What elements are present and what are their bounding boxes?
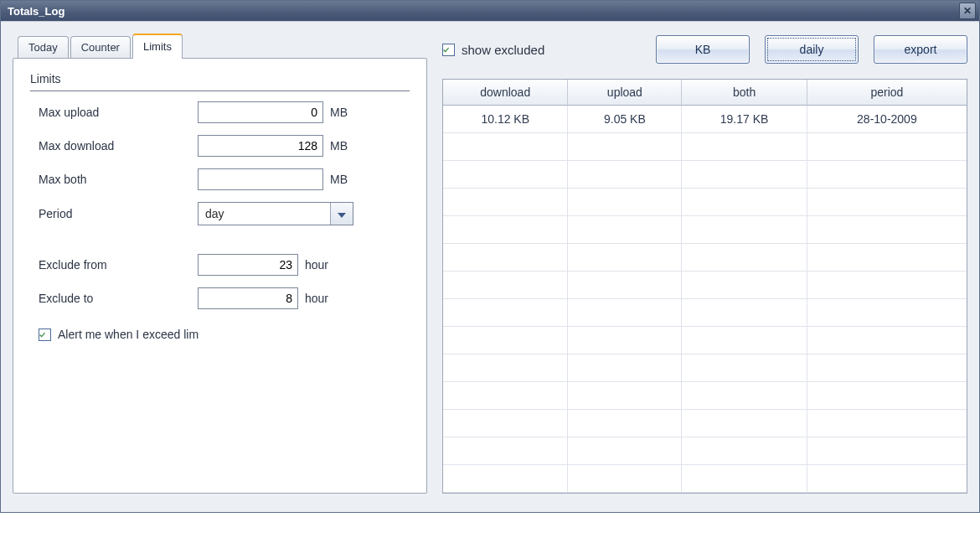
row-exclude-to: Exclude to hour: [30, 287, 410, 309]
cell-empty: [443, 161, 568, 189]
row-max-upload: Max upload MB: [30, 101, 410, 123]
cell-empty: [807, 161, 967, 189]
table-row: [443, 244, 967, 272]
label-exclude-to: Exclude to: [39, 292, 198, 305]
row-exclude-from: Exclude from hour: [30, 254, 410, 276]
cell-empty: [568, 410, 682, 437]
tab-strip: Today Counter Limits: [18, 34, 427, 58]
cell-empty: [682, 161, 807, 189]
cell-both: 19.17 KB: [682, 106, 807, 133]
check-icon: [39, 330, 45, 339]
log-table: download upload both period 10.12 KB9.05…: [442, 79, 967, 494]
tab-today[interactable]: Today: [18, 36, 69, 58]
cell-empty: [443, 272, 568, 299]
unit-exclude-from: hour: [305, 258, 328, 272]
cell-download: 10.12 KB: [443, 106, 568, 133]
label-show-excluded: show excluded: [462, 43, 544, 57]
close-button[interactable]: ✕: [959, 3, 976, 19]
cell-empty: [443, 465, 568, 493]
cell-empty: [568, 189, 682, 216]
table-row: [443, 410, 967, 437]
cell-empty: [807, 189, 967, 216]
table-body: 10.12 KB9.05 KB19.17 KB28-10-2009: [443, 106, 967, 493]
select-period[interactable]: day: [198, 202, 353, 225]
table-row: [443, 161, 967, 189]
table-row: [443, 189, 967, 216]
cell-empty: [807, 216, 967, 244]
cell-empty: [807, 299, 967, 327]
table-row: [443, 382, 967, 410]
cell-empty: [807, 327, 967, 354]
cell-empty: [443, 354, 568, 382]
cell-empty: [682, 244, 807, 272]
label-alert: Alert me when I exceed lim: [58, 328, 199, 341]
cell-empty: [568, 133, 682, 161]
limits-section-title: Limits: [30, 72, 410, 89]
cell-empty: [682, 189, 807, 216]
table-row: [443, 272, 967, 299]
cell-empty: [682, 299, 807, 327]
cell-empty: [443, 244, 568, 272]
cell-empty: [568, 216, 682, 244]
tab-counter[interactable]: Counter: [70, 36, 131, 58]
cell-empty: [682, 465, 807, 493]
titlebar: Totals_Log ✕: [1, 1, 979, 21]
cell-empty: [443, 437, 568, 465]
select-period-dropdown-button[interactable]: [330, 203, 353, 225]
table-row: [443, 354, 967, 382]
label-max-download: Max download: [39, 139, 198, 153]
section-divider: [30, 91, 410, 91]
cell-empty: [682, 272, 807, 299]
unit-max-both: MB: [330, 173, 348, 186]
col-both[interactable]: both: [682, 80, 807, 106]
col-download[interactable]: download: [443, 80, 568, 106]
col-upload[interactable]: upload: [568, 80, 682, 106]
checkbox-alert[interactable]: [39, 328, 51, 341]
table-row[interactable]: 10.12 KB9.05 KB19.17 KB28-10-2009: [443, 106, 967, 133]
right-column: show excluded KB daily export download u…: [442, 34, 967, 494]
input-max-upload[interactable]: [198, 101, 323, 123]
cell-empty: [568, 327, 682, 354]
window-title: Totals_Log: [8, 5, 64, 18]
cell-empty: [443, 189, 568, 216]
client-area: Today Counter Limits Limits Max upload M…: [1, 21, 979, 512]
cell-empty: [568, 382, 682, 410]
cell-empty: [568, 437, 682, 465]
cell-empty: [682, 437, 807, 465]
label-period: Period: [39, 207, 198, 220]
label-exclude-from: Exclude from: [39, 258, 198, 272]
label-max-upload: Max upload: [39, 106, 198, 119]
input-max-download[interactable]: [198, 135, 323, 157]
input-max-both[interactable]: [198, 168, 323, 190]
cell-empty: [568, 272, 682, 299]
table-header-row: download upload both period: [443, 80, 967, 106]
unit-exclude-to: hour: [305, 292, 328, 305]
row-max-both: Max both MB: [30, 168, 410, 190]
chevron-down-icon: [338, 208, 346, 220]
toolbar: show excluded KB daily export: [442, 34, 967, 64]
input-exclude-to[interactable]: [198, 287, 298, 309]
cell-empty: [682, 382, 807, 410]
row-period: Period day: [30, 202, 410, 225]
cell-empty: [807, 244, 967, 272]
export-button[interactable]: export: [874, 35, 967, 64]
check-icon: [443, 45, 449, 54]
cell-empty: [807, 410, 967, 437]
cell-empty: [682, 410, 807, 437]
cell-empty: [807, 133, 967, 161]
cell-empty: [807, 465, 967, 493]
table-row: [443, 465, 967, 493]
kb-button[interactable]: KB: [656, 35, 750, 64]
unit-max-download: MB: [330, 139, 348, 153]
table-row: [443, 216, 967, 244]
cell-empty: [568, 354, 682, 382]
tab-limits[interactable]: Limits: [132, 34, 183, 59]
close-icon: ✕: [963, 5, 972, 17]
cell-empty: [682, 133, 807, 161]
cell-empty: [568, 299, 682, 327]
input-exclude-from[interactable]: [198, 254, 298, 276]
cell-empty: [443, 133, 568, 161]
col-period[interactable]: period: [807, 80, 967, 106]
daily-button[interactable]: daily: [765, 35, 859, 64]
checkbox-show-excluded[interactable]: [442, 44, 455, 56]
